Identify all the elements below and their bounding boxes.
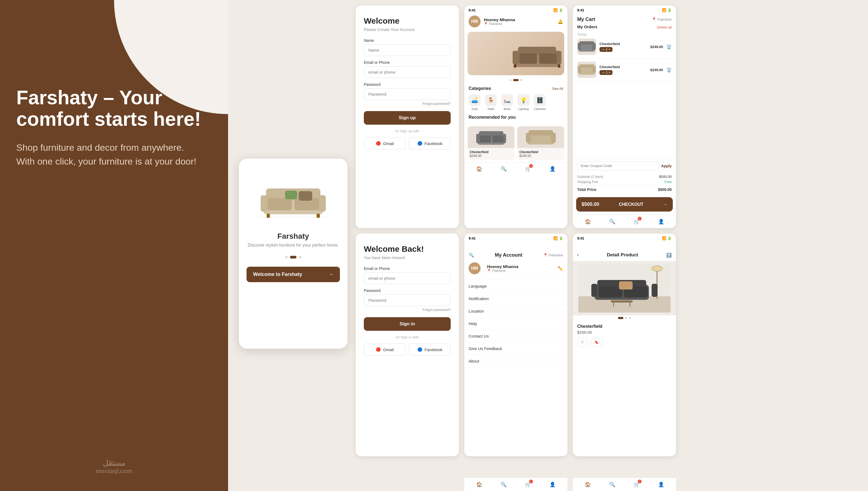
- detail-back-icon[interactable]: ‹: [577, 253, 578, 257]
- delete-all-button[interactable]: Delete all: [657, 25, 672, 29]
- save-button[interactable]: 🔖: [591, 338, 602, 347]
- cart-nav-badge: 1: [638, 217, 641, 221]
- product-name-1: Chesterfield: [470, 150, 512, 154]
- email-input[interactable]: [364, 66, 451, 78]
- signin-facebook-label: Facebook: [425, 347, 443, 352]
- nav-cart-icon[interactable]: 🛒1: [524, 165, 532, 173]
- nav-account-icon[interactable]: 👤: [549, 165, 556, 173]
- signin-email-input[interactable]: [364, 272, 451, 284]
- nav-home-icon[interactable]: 🏠: [475, 165, 483, 173]
- welcome-button[interactable]: Welcome to Farshaty →: [246, 267, 340, 282]
- shipping-label: Shipping Fee: [577, 180, 598, 184]
- notification-bell-icon[interactable]: 🔔: [558, 19, 563, 24]
- account-profile-info: Hosney Mhanna 📍 Palestine: [487, 264, 555, 273]
- total-value: $500.00: [658, 187, 672, 192]
- qty-box-1: — 1 +: [599, 47, 612, 52]
- signin-password-input[interactable]: [364, 294, 451, 306]
- categories-section: Categories See All 🛋️ Sofa 🪑 Table: [464, 83, 567, 113]
- account-profile-location-text: Palestine: [492, 269, 506, 273]
- cart-screen: 9:41 📶 🔋 My Cart 📍 Palestine My Orders D…: [573, 5, 676, 228]
- today-label: Today: [577, 32, 672, 36]
- watermark-arabic: مستقل: [96, 459, 132, 468]
- wishlist-button[interactable]: ♡: [577, 338, 588, 347]
- product-card-2[interactable]: Chesterfield $249.00: [517, 126, 564, 160]
- cart-item-img-1: [577, 38, 596, 55]
- cart-nav-account-icon[interactable]: 👤: [657, 218, 665, 225]
- password-label: Password: [364, 82, 451, 87]
- cart-location: 📍 Palestine: [652, 18, 672, 22]
- password-input[interactable]: [364, 88, 451, 100]
- watermark-latin: mostaql.com: [96, 468, 132, 475]
- categories-row: 🛋️ Sofa 🪑 Table 🛏️ Beds 💡: [469, 94, 563, 111]
- sofa-label: Sofa: [472, 107, 478, 111]
- menu-contact-us[interactable]: Contact Us ›: [464, 330, 567, 342]
- svg-rect-5: [267, 198, 292, 210]
- signup-title: Welcome: [364, 16, 451, 26]
- cat-table[interactable]: 🪑 Table: [485, 94, 497, 111]
- account-location-text: Palestine: [549, 253, 563, 257]
- cat-beds[interactable]: 🛏️ Beds: [501, 94, 513, 111]
- cart-nav-home-icon[interactable]: 🏠: [584, 218, 592, 225]
- home-time: 9:41: [469, 8, 476, 12]
- nav-search-icon[interactable]: 🔍: [500, 165, 507, 173]
- location-chevron-icon: ›: [562, 309, 563, 313]
- detail-share-icon[interactable]: ⬆️: [666, 253, 672, 258]
- cat-cabinets[interactable]: 🗄️ Cabinets: [534, 94, 546, 111]
- profile-location: 📍 Palestine: [484, 22, 558, 26]
- cart-item-sofa-2-svg: [577, 62, 596, 78]
- coupon-input[interactable]: [577, 161, 659, 170]
- cart-nav-search-icon[interactable]: 🔍: [608, 218, 616, 225]
- onboarding-screen: Farshaty Discover stylish furniture for …: [239, 158, 348, 349]
- contact-us-label: Contact Us: [469, 334, 489, 338]
- edit-profile-icon[interactable]: ✏️: [558, 266, 563, 271]
- subtotal-value: $500.00: [659, 175, 672, 179]
- cat-sofa[interactable]: 🛋️ Sofa: [469, 94, 481, 111]
- cat-lighting[interactable]: 💡 Lighting: [517, 94, 530, 111]
- gmail-button[interactable]: 🔴 Gmail: [364, 137, 406, 149]
- svg-rect-24: [492, 136, 504, 143]
- name-input[interactable]: [364, 44, 451, 56]
- svg-rect-32: [592, 43, 596, 50]
- welcome-btn-arrow: →: [329, 271, 333, 277]
- apply-coupon-button[interactable]: Apply: [661, 164, 672, 168]
- detail-product-sofa-svg: [578, 264, 670, 313]
- menu-location[interactable]: Location ›: [464, 305, 567, 317]
- cart-item-delete-2[interactable]: 🗑️: [666, 67, 672, 73]
- signin-button[interactable]: Sign in: [364, 317, 451, 331]
- facebook-button[interactable]: 🔵 Facebook: [409, 137, 451, 149]
- signin-gmail-button[interactable]: 🔴 Gmail: [364, 344, 406, 355]
- cart-nav-cart-icon[interactable]: 🛒1: [633, 218, 640, 225]
- see-all-link[interactable]: See All: [552, 87, 563, 91]
- menu-notification[interactable]: Notification ›: [464, 292, 567, 305]
- signin-social-buttons: 🔴 Gmail 🔵 Facebook: [364, 344, 451, 355]
- signin-facebook-button[interactable]: 🔵 Facebook: [409, 344, 451, 355]
- qty-box-2: — 1 +: [599, 70, 612, 75]
- svg-rect-10: [317, 214, 320, 218]
- forgot-password-link[interactable]: Forgot password?: [364, 102, 451, 106]
- home-profile-row: HM Hosney Mhanna 📍 Palestine 🔔: [464, 13, 567, 30]
- table-category-icon: 🪑: [485, 94, 497, 106]
- menu-help[interactable]: Help ›: [464, 317, 567, 330]
- signin-forgot-link[interactable]: Forgot password?: [364, 308, 451, 312]
- signup-subtitle: Please Create Your Account: [364, 27, 451, 32]
- svg-rect-18: [558, 64, 560, 68]
- account-search-icon[interactable]: 🔍: [469, 253, 474, 258]
- name-label: Name: [364, 38, 451, 42]
- menu-give-feedback[interactable]: Give Us Feedback ›: [464, 342, 567, 355]
- products-grid: Chesterfield $249.00: [464, 124, 567, 162]
- detail-dots: [573, 315, 676, 321]
- coupon-row: Apply: [573, 159, 676, 172]
- signin-screen: Welcome Back! You have been missed Email…: [356, 234, 459, 456]
- cart-bottom-nav: 🏠 🔍 🛒1 👤: [573, 215, 676, 228]
- signup-button[interactable]: Sign up: [364, 111, 451, 125]
- detail-actions: ♡ 🔖: [573, 335, 676, 350]
- cart-location-text: Palestine: [657, 18, 672, 22]
- checkout-bar[interactable]: $500.00 CHECKOUT →: [576, 197, 673, 211]
- product-card-1[interactable]: Chesterfield $249.00: [468, 126, 514, 160]
- menu-about[interactable]: About ›: [464, 355, 567, 368]
- location-text: Palestine: [489, 22, 502, 26]
- cart-item-delete-1[interactable]: 🗑️: [666, 44, 672, 50]
- menu-language[interactable]: Language ›: [464, 280, 567, 292]
- product-price-2: $249.00: [519, 154, 562, 158]
- about-label: About: [469, 359, 479, 364]
